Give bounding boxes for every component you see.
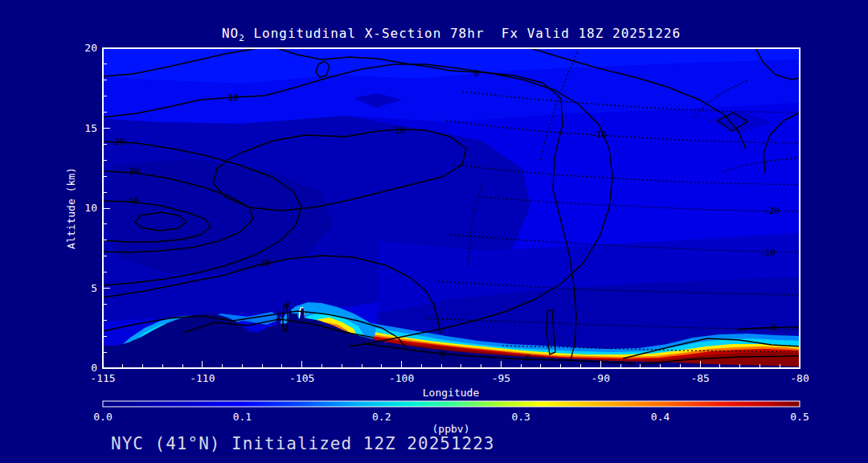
title-text: Longitudinal X-Section 78hr Fx Valid 18Z… bbox=[245, 26, 681, 41]
x-tick-label: -105 bbox=[289, 372, 314, 384]
y-axis-title: Altitude (km) bbox=[65, 167, 77, 249]
x-tick-label: -80 bbox=[790, 372, 809, 384]
contour-value-label: 0 bbox=[772, 322, 777, 333]
x-tick-label: -115 bbox=[90, 372, 115, 384]
contour-value-label: -10 bbox=[591, 129, 607, 140]
figure-canvas: 1010020304020000-10-20-100 -115-110-105-… bbox=[0, 0, 868, 463]
y-tick-label: 5 bbox=[91, 282, 97, 294]
contour-value-label: 0 bbox=[526, 353, 531, 363]
y-tick-label: 20 bbox=[84, 42, 97, 54]
x-tick-label: -110 bbox=[190, 372, 215, 384]
colorbar-tick-labels: 0.00.10.20.30.40.5 bbox=[93, 411, 809, 423]
plot-title: NO2 Longitudinal X-Section 78hr Fx Valid… bbox=[103, 26, 800, 43]
contour-value-label: 20 bbox=[114, 137, 125, 147]
y-tick-label: 0 bbox=[91, 362, 97, 374]
colorbar-tick-label: 0.4 bbox=[651, 411, 670, 423]
contour-value-label: 0 bbox=[440, 349, 446, 359]
x-tick-label: -100 bbox=[389, 372, 414, 384]
contour-value-label: 40 bbox=[128, 196, 138, 207]
title-species: NO bbox=[222, 26, 239, 41]
colorbar-tick-label: 0.3 bbox=[511, 411, 530, 423]
contour-value-label: 20 bbox=[260, 258, 270, 268]
title-species-subscript: 2 bbox=[239, 33, 245, 43]
no2-filled-field bbox=[103, 48, 800, 368]
init-annotation: NYC (41°N) Initialized 12Z 20251223 bbox=[111, 434, 495, 453]
x-axis-title: Longitude bbox=[423, 387, 480, 399]
colorbar-tick-label: 0.2 bbox=[372, 411, 391, 423]
colorbar-unit-label: (ppbv) bbox=[432, 423, 470, 435]
contour-value-label: 0 bbox=[285, 300, 291, 310]
contour-value-label: 30 bbox=[129, 166, 139, 177]
contour-value-label: 10 bbox=[227, 92, 238, 103]
contour-value-label: 10 bbox=[395, 125, 405, 136]
contour-value-label: -10 bbox=[760, 248, 776, 258]
colorbar-tick-label: 0.0 bbox=[93, 411, 112, 423]
cross-section-plot: 1010020304020000-10-20-100 -115-110-105-… bbox=[0, 0, 868, 463]
contour-value-label: 0 bbox=[474, 68, 480, 79]
contour-value-label: -20 bbox=[764, 206, 780, 216]
colorbar bbox=[103, 401, 800, 407]
x-tick-label: -95 bbox=[492, 372, 510, 384]
y-tick-label: 10 bbox=[84, 202, 97, 214]
x-tick-label: -90 bbox=[592, 372, 610, 384]
colorbar-tick-label: 0.1 bbox=[233, 411, 252, 423]
colorbar-tick-label: 0.5 bbox=[790, 411, 809, 423]
y-tick-label: 15 bbox=[84, 122, 97, 134]
x-tick-label: -85 bbox=[690, 372, 709, 384]
